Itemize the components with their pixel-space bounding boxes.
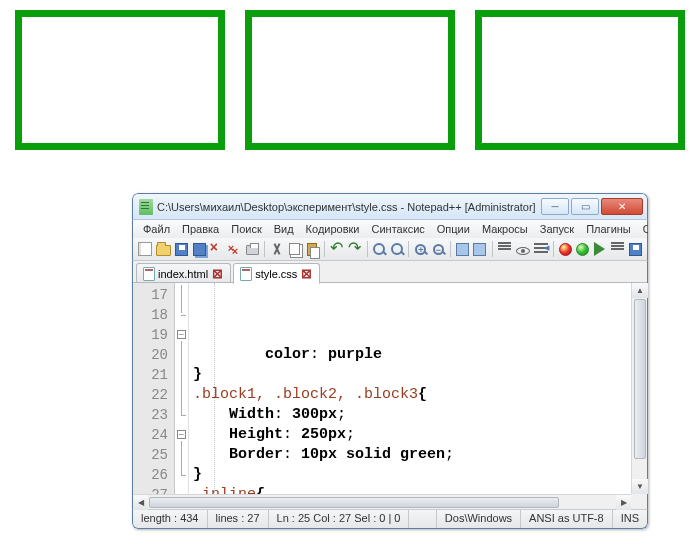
undo-icon: ↶ <box>330 242 344 256</box>
indent-guide-button[interactable] <box>533 240 549 258</box>
maximize-button[interactable]: ▭ <box>571 198 599 215</box>
line-number: 19 <box>133 325 168 345</box>
zoom-in-button[interactable]: + <box>413 240 428 258</box>
close-window-button[interactable]: ✕ <box>601 198 643 215</box>
menu-view[interactable]: Вид <box>268 221 300 237</box>
scroll-thumb-v[interactable] <box>634 299 646 459</box>
vertical-scrollbar[interactable]: ▲ ▼ <box>631 283 647 494</box>
word-wrap-button[interactable] <box>497 240 513 258</box>
status-insert-mode[interactable]: INS <box>613 510 647 528</box>
copy-icon <box>289 243 300 255</box>
undo-button[interactable]: ↶ <box>329 240 345 258</box>
horizontal-scrollbar[interactable]: ◀ ▶ <box>133 494 631 509</box>
close-all-icon: × <box>228 242 242 256</box>
close-all-button[interactable]: × <box>227 240 243 258</box>
status-position: Ln : 25 Col : 27 Sel : 0 | 0 <box>269 510 410 528</box>
sync-v-button[interactable] <box>455 240 470 258</box>
edge-margin-line <box>214 283 215 509</box>
toolbar-sep <box>450 241 451 257</box>
titlebar[interactable]: C:\Users\михаил\Desktop\эксперимент\styl… <box>132 193 648 220</box>
menu-file[interactable]: Файл <box>137 221 176 237</box>
new-file-button[interactable] <box>137 240 153 258</box>
close-tab-icon[interactable]: ⊠ <box>300 266 313 281</box>
fold-end <box>181 475 186 476</box>
code-line[interactable]: .block1, .block2, .block3{ <box>193 385 647 405</box>
fold-margin: −− <box>175 283 189 509</box>
cut-button[interactable] <box>269 240 285 258</box>
menu-options[interactable]: Опции <box>431 221 476 237</box>
statusbar: length : 434 lines : 27 Ln : 25 Col : 27… <box>132 509 648 529</box>
tab-index-html[interactable]: index.html⊠ <box>136 263 231 283</box>
code-line[interactable]: } <box>193 365 647 385</box>
copy-button[interactable] <box>287 240 302 258</box>
save-all-button[interactable] <box>191 240 206 258</box>
toolbar-sep <box>408 241 409 257</box>
zoom-out-button[interactable]: − <box>431 240 446 258</box>
menu-windows[interactable]: Окна <box>637 221 648 237</box>
line-number-gutter: 1718192021222324252627 <box>133 283 175 509</box>
fold-toggle[interactable]: − <box>177 430 186 439</box>
code-area[interactable]: color: purple}.block1, .block2, .block3{… <box>189 283 647 509</box>
close-tab-icon[interactable]: ⊠ <box>211 266 224 281</box>
sync-v-icon <box>456 243 469 256</box>
menu-edit[interactable]: Правка <box>176 221 225 237</box>
menu-encoding[interactable]: Кодировки <box>300 221 366 237</box>
menubar: Файл Правка Поиск Вид Кодировки Синтакси… <box>132 220 648 238</box>
status-length: length : 434 <box>133 510 208 528</box>
macro-save-button[interactable] <box>628 240 643 258</box>
fold-toggle[interactable]: − <box>177 330 186 339</box>
menu-plugins[interactable]: Плагины <box>580 221 637 237</box>
save-all-icon <box>193 243 206 256</box>
status-spacer <box>409 510 436 528</box>
repeat-icon <box>611 242 625 256</box>
toolbar-sep <box>492 241 493 257</box>
line-number: 20 <box>133 345 168 365</box>
code-line[interactable]: Width: 300px; <box>193 405 647 425</box>
menu-macros[interactable]: Макросы <box>476 221 534 237</box>
eye-icon <box>516 247 530 255</box>
scroll-down-button[interactable]: ▼ <box>632 479 648 494</box>
macro-record-button[interactable] <box>557 240 572 258</box>
scroll-thumb-h[interactable] <box>149 497 559 508</box>
scroll-corner <box>631 494 647 509</box>
code-line[interactable]: Border: 10px solid green; <box>193 445 647 465</box>
scroll-left-button[interactable]: ◀ <box>133 495 148 510</box>
scroll-up-button[interactable]: ▲ <box>632 283 648 298</box>
scroll-right-button[interactable]: ▶ <box>616 495 631 510</box>
close-button[interactable]: × <box>209 240 225 258</box>
menu-syntax[interactable]: Синтаксис <box>366 221 431 237</box>
sync-h-button[interactable] <box>472 240 487 258</box>
redo-button[interactable]: ↷ <box>347 240 363 258</box>
status-encoding[interactable]: ANSI as UTF-8 <box>521 510 613 528</box>
status-eol[interactable]: Dos\Windows <box>437 510 521 528</box>
replace-button[interactable] <box>389 240 404 258</box>
code-line[interactable]: } <box>193 465 647 485</box>
print-button[interactable] <box>245 240 260 258</box>
demo-output <box>0 0 700 170</box>
paste-button[interactable] <box>304 240 319 258</box>
find-button[interactable] <box>372 240 387 258</box>
stop-macro-icon <box>576 243 589 256</box>
menu-run[interactable]: Запуск <box>534 221 580 237</box>
macro-play-button[interactable] <box>592 240 607 258</box>
code-line[interactable]: Height: 250px; <box>193 425 647 445</box>
toolbar-sep <box>264 241 265 257</box>
redo-icon: ↷ <box>348 242 362 256</box>
file-icon <box>240 267 252 281</box>
macro-stop-button[interactable] <box>575 240 590 258</box>
fold-line <box>181 285 182 313</box>
save-button[interactable] <box>174 240 189 258</box>
code-line[interactable]: color: purple <box>193 345 647 365</box>
paste-icon <box>307 243 317 256</box>
macro-repeat-button[interactable] <box>610 240 626 258</box>
tab-style-css[interactable]: style.css⊠ <box>233 263 320 284</box>
minimize-button[interactable]: ─ <box>541 198 569 215</box>
new-file-icon <box>138 242 152 256</box>
toolbar-sep <box>324 241 325 257</box>
fold-line <box>181 341 182 415</box>
line-number: 17 <box>133 285 168 305</box>
line-number: 24 <box>133 425 168 445</box>
show-all-button[interactable] <box>515 240 531 258</box>
open-file-button[interactable] <box>155 240 172 258</box>
menu-search[interactable]: Поиск <box>225 221 267 237</box>
